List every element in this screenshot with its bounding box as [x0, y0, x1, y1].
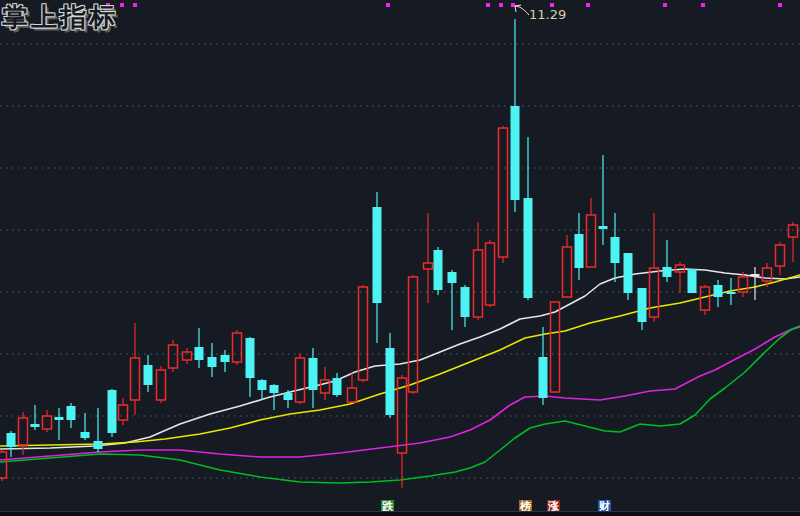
- candle: [108, 389, 117, 437]
- candle: [81, 413, 90, 440]
- candle: [714, 280, 723, 307]
- candle: [688, 269, 697, 293]
- candle: [0, 450, 7, 481]
- candle: [333, 373, 342, 397]
- candle: [663, 240, 672, 282]
- candle: [296, 353, 305, 404]
- high-price-label: 11.29: [529, 7, 566, 22]
- candle: [524, 137, 533, 300]
- candle: [611, 213, 620, 282]
- kline-chart[interactable]: 11.29: [0, 0, 800, 516]
- candle: [448, 270, 457, 330]
- candle: [94, 408, 103, 452]
- candle: [486, 240, 495, 307]
- candle: [169, 340, 178, 372]
- signal-dot: [499, 3, 503, 7]
- candle: [258, 379, 267, 400]
- candle: [650, 213, 659, 322]
- candle: [789, 222, 798, 262]
- candle: [751, 267, 760, 300]
- watermark: 掌上指标: [2, 0, 118, 35]
- candle: [67, 403, 76, 428]
- signal-dot: [511, 3, 515, 7]
- signal-dot: [386, 3, 390, 7]
- signal-dot: [133, 3, 137, 7]
- candle: [208, 343, 217, 377]
- app-screen: 11.29 掌上指标 跌榜涨财: [0, 0, 800, 516]
- candle: [575, 213, 584, 280]
- candle: [409, 275, 418, 394]
- candle: [183, 348, 192, 364]
- candle: [701, 285, 710, 315]
- candle: [221, 350, 230, 372]
- high-price-annotation: 11.29: [515, 5, 566, 22]
- candle: [31, 405, 40, 430]
- candle: [434, 247, 443, 295]
- candle: [359, 285, 368, 382]
- candle: [511, 19, 520, 212]
- signal-dot: [586, 3, 590, 7]
- candle: [676, 262, 685, 293]
- candle: [499, 126, 508, 263]
- candle: [424, 213, 433, 303]
- candle: [246, 337, 255, 397]
- annotation-arrow: [515, 6, 529, 15]
- candle: [386, 333, 395, 418]
- candle: [474, 222, 483, 320]
- ma-magenta: [0, 327, 800, 460]
- candle: [539, 327, 548, 405]
- signal-dot: [120, 3, 124, 7]
- candle: [776, 242, 785, 275]
- candle: [638, 288, 647, 330]
- candle: [43, 410, 52, 432]
- bottom-edge-bar: [0, 511, 800, 516]
- candle: [348, 373, 357, 403]
- candle: [233, 330, 242, 365]
- candle: [7, 431, 16, 457]
- candle: [309, 348, 318, 408]
- candle: [461, 285, 470, 327]
- candle: [624, 253, 633, 300]
- candle: [373, 192, 382, 343]
- candle: [144, 355, 153, 392]
- signal-dot: [486, 3, 490, 7]
- candle: [587, 198, 596, 267]
- candle: [551, 302, 560, 392]
- ma-white: [0, 269, 800, 449]
- signal-dot: [663, 3, 667, 7]
- signal-dot: [701, 3, 705, 7]
- candle: [55, 408, 64, 440]
- candle: [119, 398, 128, 425]
- signal-dot: [778, 3, 782, 7]
- candle: [157, 366, 166, 403]
- candle: [563, 235, 572, 297]
- candle: [131, 323, 140, 415]
- candle: [195, 328, 204, 368]
- candle: [398, 375, 407, 488]
